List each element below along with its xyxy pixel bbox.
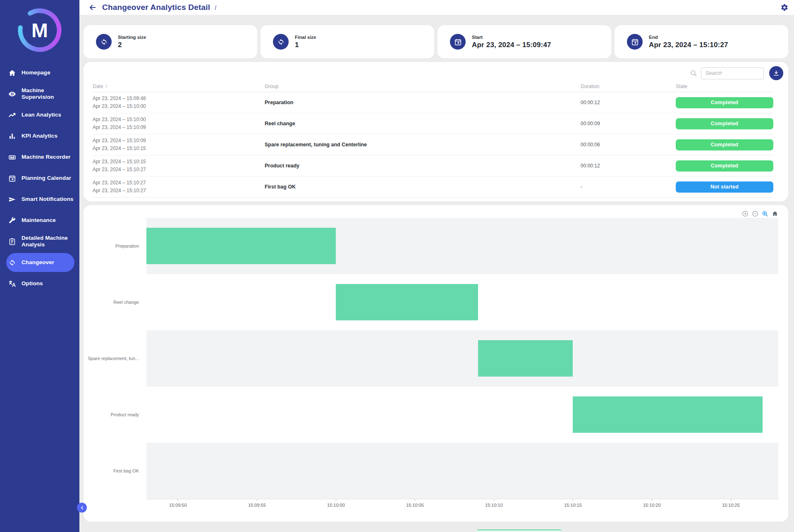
- axis-tick: [257, 499, 257, 501]
- gantt-row-label: Spare replacement, tun...: [84, 330, 143, 386]
- translate-icon: [8, 279, 16, 288]
- card-text: Final size1: [295, 35, 316, 49]
- gantt-bar-spare-replacement-tun[interactable]: [478, 340, 573, 377]
- column-header-state[interactable]: State: [676, 83, 773, 89]
- duration-cell: 00:00:12: [581, 100, 676, 105]
- home-icon: [8, 69, 16, 77]
- group-cell: First bag OK: [265, 184, 581, 190]
- bars-icon: [8, 132, 16, 140]
- table-header-row: Date↑GroupDurationState: [93, 81, 773, 92]
- search-input[interactable]: [701, 67, 764, 79]
- sidebar-item-label: Detailed Machine Analysis: [22, 235, 74, 248]
- sidebar-item-label: KPI Analytics: [22, 133, 74, 139]
- group-cell: Reel change: [265, 121, 581, 126]
- card-starting-size: Starting size2: [84, 25, 257, 58]
- status-badge: Completed: [676, 160, 773, 172]
- sidebar-item-label: Changeover: [22, 259, 74, 266]
- date-end: Apr 23, 2024 – 15:10:15: [93, 145, 265, 153]
- date-start: Apr 23, 2024 – 15:09:48: [93, 95, 265, 103]
- logo-ring-icon: M: [15, 6, 64, 55]
- download-icon: [773, 70, 780, 76]
- column-header-duration[interactable]: Duration: [581, 83, 676, 89]
- main-area: Changeover Analytics Detail / Starting s…: [79, 0, 794, 532]
- gantt-row-label: Preparation: [84, 218, 143, 274]
- status-badge: Not started: [676, 181, 773, 193]
- sidebar-item-maintenance[interactable]: Maintenance: [6, 211, 74, 230]
- axis-tick: [494, 499, 494, 501]
- column-header-date[interactable]: Date↑: [93, 83, 265, 89]
- column-header-label: Date: [93, 83, 103, 89]
- search-icon: [690, 69, 697, 77]
- date-cell: Apr 23, 2024 – 15:10:09Apr 23, 2024 – 15…: [93, 137, 265, 152]
- axis-tick: [178, 499, 178, 501]
- back-button[interactable]: [88, 3, 97, 12]
- logo-letter: M: [31, 19, 48, 41]
- reset-zoom-home-icon[interactable]: [772, 210, 778, 217]
- date-start: Apr 23, 2024 – 15:10:00: [93, 116, 265, 124]
- card-label: Start: [472, 35, 551, 40]
- sidebar-item-kpi-analytics[interactable]: KPI Analytics: [6, 126, 74, 146]
- sidebar-item-options[interactable]: Options: [6, 274, 74, 293]
- sidebar-item-machine-supervision[interactable]: Machine Supervision: [6, 84, 74, 103]
- status-badge: Completed: [676, 97, 773, 108]
- area-zoom-icon[interactable]: [762, 210, 768, 217]
- sidebar-item-lean-analytics[interactable]: Lean Analytics: [6, 105, 74, 124]
- card-value: 1: [295, 41, 316, 49]
- date-start: Apr 23, 2024 – 15:10:15: [93, 158, 265, 166]
- date-cell: Apr 23, 2024 – 15:10:27Apr 23, 2024 – 15…: [93, 179, 265, 194]
- axis-tick: [652, 499, 652, 501]
- gantt-row-first-bag-ok: [146, 443, 778, 499]
- settings-button[interactable]: [780, 3, 789, 12]
- sync-icon: [96, 34, 112, 50]
- date-start: Apr 23, 2024 – 15:10:27: [93, 179, 265, 187]
- axis-tick-label: 15:10:00: [327, 503, 345, 508]
- download-button[interactable]: [769, 66, 783, 80]
- sync-icon: [8, 258, 16, 267]
- sidebar-item-homepage[interactable]: Homepage: [6, 63, 74, 82]
- gantt-bar-reel-change[interactable]: [336, 284, 478, 320]
- axis-tick-label: 15:09:55: [248, 503, 266, 508]
- sidebar-item-label: Machine Recorder: [22, 154, 74, 160]
- card-text: EndApr 23, 2024 – 15:10:27: [649, 35, 728, 49]
- page-title: Changeover Analytics Detail: [102, 3, 210, 12]
- gantt-row-label: Reel change: [84, 274, 143, 330]
- card-label: Final size: [295, 35, 316, 40]
- date-cell: Apr 23, 2024 – 15:10:15Apr 23, 2024 – 15…: [93, 158, 265, 173]
- gantt-bar-product-ready[interactable]: [573, 396, 762, 433]
- state-cell: Not started: [676, 181, 773, 193]
- duration-cell: -: [581, 184, 676, 190]
- column-header-group[interactable]: Group: [265, 83, 581, 89]
- date-end: Apr 23, 2024 – 15:10:27: [93, 166, 265, 174]
- group-cell: Preparation: [265, 100, 581, 105]
- gantt-y-axis-labels: PreparationReel changeSpare replacement,…: [84, 218, 143, 499]
- zoom-in-icon[interactable]: [742, 210, 749, 217]
- wrench-icon: [8, 216, 16, 224]
- sidebar-item-detailed-machine-analysis[interactable]: Detailed Machine Analysis: [6, 232, 74, 251]
- sidebar-item-smart-notifications[interactable]: Smart Notifications: [6, 190, 74, 209]
- axis-tick-label: 15:10:10: [485, 503, 503, 508]
- bottom-peek-card: [477, 530, 562, 532]
- state-cell: Completed: [676, 139, 773, 150]
- state-cell: Completed: [676, 97, 773, 108]
- duration-cell: 00:00:09: [581, 121, 676, 126]
- sidebar-collapse-button[interactable]: [77, 503, 87, 513]
- card-label: End: [649, 35, 728, 40]
- axis-tick: [336, 499, 336, 501]
- sidebar-item-changeover[interactable]: Changeover: [6, 253, 74, 272]
- card-value: Apr 23, 2024 – 15:09:47: [472, 41, 551, 49]
- duration-cell: 00:00:12: [581, 163, 676, 169]
- sidebar-item-planning-calendar[interactable]: Planning Calendar: [6, 169, 74, 188]
- gantt-row-label: Product ready: [84, 386, 143, 443]
- date-end: Apr 23, 2024 – 15:10:09: [93, 124, 265, 131]
- gantt-row-label: First bag OK: [84, 443, 143, 499]
- chart-toolbar: [742, 210, 778, 217]
- card-text: StartApr 23, 2024 – 15:09:47: [472, 35, 551, 49]
- sidebar-item-machine-recorder[interactable]: Machine Recorder: [6, 148, 74, 167]
- sidebar-nav: HomepageMachine SupervisionLean Analytic…: [0, 63, 79, 293]
- sidebar-item-label: Homepage: [22, 69, 74, 76]
- zoom-out-icon[interactable]: [752, 210, 758, 217]
- gantt-bar-preparation[interactable]: [146, 228, 336, 264]
- table-body: Apr 23, 2024 – 15:09:48Apr 23, 2024 – 15…: [93, 92, 773, 198]
- gantt-x-axis: 15:09:5015:09:5515:10:0015:10:0515:10:10…: [146, 499, 778, 512]
- gantt-plot-area: [146, 218, 778, 499]
